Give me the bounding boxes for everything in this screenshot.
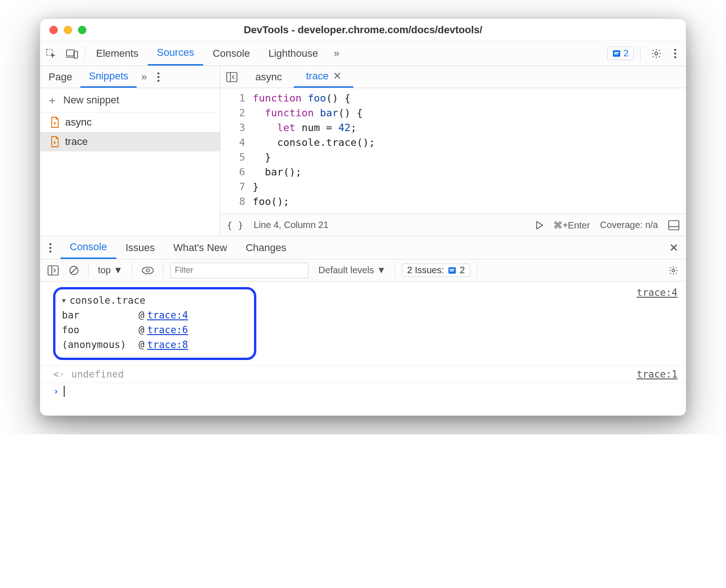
stack-frame-function: (anonymous) bbox=[62, 339, 136, 350]
code-editor[interactable]: 12345678 function foo() { function bar()… bbox=[220, 88, 686, 214]
svg-point-13 bbox=[49, 243, 52, 245]
close-tab-icon[interactable]: ✕ bbox=[333, 70, 341, 82]
more-tabs-button[interactable]: » bbox=[327, 48, 346, 60]
settings-icon[interactable] bbox=[647, 48, 666, 59]
console-prompt[interactable]: › bbox=[40, 383, 686, 415]
svg-point-8 bbox=[157, 72, 160, 74]
toggle-console-sidebar-icon[interactable] bbox=[45, 265, 61, 276]
new-snippet-button[interactable]: ＋ New snippet bbox=[40, 88, 220, 113]
console-toolbar: top ▼ Default levels ▼ 2 Issues: 2 bbox=[40, 259, 686, 282]
toolbar-separator bbox=[477, 264, 477, 277]
tab-elements[interactable]: Elements bbox=[87, 41, 148, 66]
stack-frame-link[interactable]: trace:4 bbox=[147, 310, 188, 321]
issues-indicator[interactable]: 2 bbox=[607, 47, 634, 60]
stack-frame-function: bar bbox=[62, 310, 136, 321]
new-snippet-label: New snippet bbox=[63, 94, 119, 106]
tab-console[interactable]: Console bbox=[203, 41, 259, 66]
snippet-list: async trace bbox=[40, 113, 220, 151]
stack-frame-link[interactable]: trace:8 bbox=[147, 339, 188, 350]
stack-frame-link[interactable]: trace:6 bbox=[147, 324, 188, 336]
editor-tab-label: async bbox=[255, 71, 282, 83]
main-toolbar: Elements Sources Console Lighthouse » 2 bbox=[40, 41, 686, 66]
minimize-window-button[interactable] bbox=[64, 26, 72, 34]
svg-point-9 bbox=[157, 76, 160, 78]
issues-count: 2 bbox=[460, 265, 465, 276]
toolbar-left bbox=[40, 41, 87, 66]
editor-area: async trace ✕ 12345678 function foo() { … bbox=[220, 66, 686, 236]
toolbar-separator bbox=[163, 264, 163, 277]
levels-label: Default levels bbox=[319, 265, 374, 276]
navigator-more-tabs[interactable]: » bbox=[137, 71, 151, 83]
prompt-icon: › bbox=[53, 386, 59, 397]
navigator-tab-snippets[interactable]: Snippets bbox=[80, 66, 137, 88]
cursor-position: Line 4, Column 21 bbox=[254, 220, 328, 230]
svg-point-10 bbox=[157, 79, 160, 82]
source-link[interactable]: trace:4 bbox=[636, 287, 678, 298]
editor-tab-trace[interactable]: trace ✕ bbox=[294, 66, 353, 88]
drawer-tab-console[interactable]: Console bbox=[60, 236, 116, 259]
source-link[interactable]: trace:1 bbox=[636, 369, 678, 380]
close-window-button[interactable] bbox=[49, 26, 58, 34]
trace-header[interactable]: console.trace bbox=[62, 293, 248, 308]
editor-statusbar: { } Line 4, Column 21 ⌘+Enter Coverage: … bbox=[220, 214, 686, 236]
svg-rect-1 bbox=[67, 50, 74, 56]
editor-tab-async[interactable]: async bbox=[243, 66, 294, 88]
toggle-debugger-icon[interactable] bbox=[668, 220, 679, 230]
log-levels-selector[interactable]: Default levels ▼ bbox=[316, 265, 389, 276]
context-label: top bbox=[98, 265, 111, 276]
issues-icon bbox=[448, 266, 456, 275]
drawer-tab-whats-new[interactable]: What's New bbox=[164, 236, 236, 259]
close-drawer-icon[interactable]: ✕ bbox=[662, 241, 686, 254]
issues-count: 2 bbox=[623, 48, 629, 59]
run-snippet-icon[interactable] bbox=[536, 221, 543, 229]
coverage-label: Coverage: n/a bbox=[600, 220, 658, 230]
pretty-print-icon[interactable]: { } bbox=[227, 220, 243, 231]
toggle-navigator-icon[interactable] bbox=[220, 72, 243, 82]
console-output: trace:4 console.trace bar@trace:4foo@tra… bbox=[40, 282, 686, 415]
svg-rect-12 bbox=[669, 221, 679, 230]
svg-point-18 bbox=[142, 267, 153, 274]
drawer-more-options-icon[interactable] bbox=[40, 243, 60, 253]
console-issues-button[interactable]: 2 Issues: 2 bbox=[402, 264, 470, 277]
toolbar-separator bbox=[88, 264, 89, 277]
context-selector[interactable]: top ▼ bbox=[95, 265, 126, 276]
navigator-sidebar: Page Snippets » ＋ New snippet async bbox=[40, 66, 220, 236]
device-toolbar-icon[interactable] bbox=[61, 41, 83, 66]
at-symbol: @ bbox=[139, 339, 145, 350]
at-symbol: @ bbox=[139, 310, 145, 321]
drawer: Console Issues What's New Changes ✕ top … bbox=[40, 236, 686, 415]
drawer-tab-issues[interactable]: Issues bbox=[116, 236, 164, 259]
toolbar-separator bbox=[640, 47, 641, 60]
snippet-item-trace[interactable]: trace bbox=[40, 132, 220, 151]
drawer-tab-changes[interactable]: Changes bbox=[236, 236, 296, 259]
console-trace-entry: trace:4 console.trace bar@trace:4foo@tra… bbox=[40, 282, 686, 366]
code-content: function foo() { function bar() { let nu… bbox=[253, 91, 686, 209]
clear-console-icon[interactable] bbox=[66, 265, 82, 276]
svg-rect-16 bbox=[48, 266, 58, 275]
svg-point-19 bbox=[146, 269, 149, 272]
dropdown-icon: ▼ bbox=[377, 265, 386, 276]
snippet-name: trace bbox=[65, 136, 88, 148]
console-settings-icon[interactable] bbox=[666, 265, 681, 276]
toolbar-separator bbox=[132, 264, 133, 277]
tab-sources[interactable]: Sources bbox=[148, 41, 204, 66]
maximize-window-button[interactable] bbox=[78, 26, 86, 34]
editor-tab-label: trace bbox=[306, 70, 328, 82]
live-expression-icon[interactable] bbox=[139, 266, 157, 275]
navigator-tab-page[interactable]: Page bbox=[40, 66, 80, 88]
tab-lighthouse[interactable]: Lighthouse bbox=[259, 41, 327, 66]
snippet-file-icon bbox=[50, 117, 60, 128]
trace-highlight-box: console.trace bar@trace:4foo@trace:6(ano… bbox=[53, 287, 256, 360]
titlebar: DevTools - developer.chrome.com/docs/dev… bbox=[40, 19, 686, 41]
stack-frame-function: foo bbox=[62, 324, 136, 336]
more-options-icon[interactable] bbox=[670, 48, 680, 59]
editor-tabs: async trace ✕ bbox=[220, 66, 686, 88]
svg-point-4 bbox=[655, 52, 658, 54]
snippet-file-icon bbox=[50, 136, 60, 147]
run-shortcut: ⌘+Enter bbox=[553, 220, 590, 231]
navigator-more-options-icon[interactable] bbox=[151, 72, 165, 82]
console-filter-input[interactable] bbox=[170, 263, 309, 278]
snippet-item-async[interactable]: async bbox=[40, 113, 220, 132]
dropdown-icon: ▼ bbox=[114, 265, 123, 276]
inspect-element-icon[interactable] bbox=[40, 41, 61, 66]
